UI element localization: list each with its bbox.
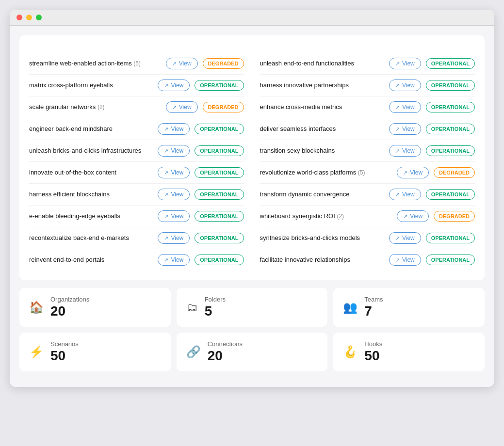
minimize-button[interactable] xyxy=(26,15,32,20)
teams-icon: 👥 xyxy=(343,301,358,314)
view-button[interactable]: ↗ View xyxy=(158,254,190,266)
status-badge: DEGRADED xyxy=(434,167,475,178)
stat-value-scenarios: 50 xyxy=(50,349,79,364)
view-button[interactable]: ↗ View xyxy=(166,58,198,69)
org-row: unleash bricks-and-clicks infrastructure… xyxy=(29,140,244,162)
external-link-icon: ↗ xyxy=(395,235,400,241)
external-link-icon: ↗ xyxy=(395,126,400,132)
view-button[interactable]: ↗ View xyxy=(389,80,421,91)
org-row: recontextualize back-end e-markets↗ View… xyxy=(29,227,244,249)
org-row: engineer back-end mindshare↗ ViewOPERATI… xyxy=(29,118,244,140)
org-name: harness innovative partnerships xyxy=(260,81,384,90)
external-link-icon: ↗ xyxy=(164,191,168,198)
external-link-icon: ↗ xyxy=(395,104,400,111)
view-button[interactable]: ↗ View xyxy=(158,210,190,222)
main-content: streamline web-enabled action-items (5)↗… xyxy=(10,26,494,387)
view-button[interactable]: ↗ View xyxy=(397,167,429,178)
external-link-icon: ↗ xyxy=(164,235,168,241)
external-link-icon: ↗ xyxy=(395,191,400,198)
stat-value-folders: 5 xyxy=(205,304,226,319)
stats-row-2: ⚡Scenarios50🔗Connections20🪝Hooks50 xyxy=(19,333,485,371)
stat-info-hooks: Hooks50 xyxy=(364,340,382,364)
view-button[interactable]: ↗ View xyxy=(166,101,198,113)
stat-value-connections: 20 xyxy=(208,349,243,364)
status-badge: OPERATIONAL xyxy=(426,124,475,134)
status-badge: DEGRADED xyxy=(203,102,244,112)
view-button[interactable]: ↗ View xyxy=(158,167,190,178)
view-button[interactable]: ↗ View xyxy=(158,189,190,200)
external-link-icon: ↗ xyxy=(395,148,400,154)
stat-label-teams: Teams xyxy=(364,296,383,303)
view-button[interactable]: ↗ View xyxy=(389,254,421,266)
status-badge: OPERATIONAL xyxy=(195,255,244,265)
view-button[interactable]: ↗ View xyxy=(389,58,421,69)
stat-card-connections: 🔗Connections20 xyxy=(177,333,328,371)
view-button[interactable]: ↗ View xyxy=(389,145,421,157)
view-button[interactable]: ↗ View xyxy=(158,80,190,91)
organizations-icon: 🏠 xyxy=(29,301,44,314)
status-badge: OPERATIONAL xyxy=(195,145,244,156)
stats-row-1: 🏠Organizations20🗂Folders5👥Teams7 xyxy=(19,288,485,327)
stat-info-organizations: Organizations20 xyxy=(50,296,89,319)
org-name: enhance cross-media metrics xyxy=(260,103,384,112)
stat-card-folders: 🗂Folders5 xyxy=(177,288,328,327)
view-button[interactable]: ↗ View xyxy=(389,101,421,113)
stat-value-organizations: 20 xyxy=(50,304,89,319)
org-name: transform dynamic convergence xyxy=(260,190,384,199)
external-link-icon: ↗ xyxy=(395,257,400,263)
status-badge: OPERATIONAL xyxy=(426,102,475,112)
hooks-icon: 🪝 xyxy=(343,345,358,359)
view-button[interactable]: ↗ View xyxy=(158,123,190,135)
view-button[interactable]: ↗ View xyxy=(158,145,190,157)
org-name: facilitate innovative relationships xyxy=(260,255,384,264)
org-name: revolutionize world-class platforms (5) xyxy=(260,168,392,177)
org-name: unleash bricks-and-clicks infrastructure… xyxy=(29,146,153,155)
org-row: synthesize bricks-and-clicks models↗ Vie… xyxy=(260,227,475,249)
status-badge: OPERATIONAL xyxy=(426,58,475,69)
status-badge: OPERATIONAL xyxy=(195,167,244,178)
view-button[interactable]: ↗ View xyxy=(389,232,421,244)
status-badge: OPERATIONAL xyxy=(195,233,244,243)
status-badge: OPERATIONAL xyxy=(195,124,244,134)
org-name: streamline web-enabled action-items (5) xyxy=(29,59,161,68)
status-badge: DEGRADED xyxy=(434,211,475,222)
folders-icon: 🗂 xyxy=(186,301,198,314)
status-badge: OPERATIONAL xyxy=(426,255,475,265)
maximize-button[interactable] xyxy=(36,15,42,20)
org-row: facilitate innovative relationships↗ Vie… xyxy=(260,249,475,271)
view-button[interactable]: ↗ View xyxy=(389,189,421,200)
status-badge: OPERATIONAL xyxy=(195,211,244,222)
org-row: whiteboard synergistic ROI (2)↗ ViewDEGR… xyxy=(260,206,475,227)
external-link-icon: ↗ xyxy=(164,213,168,220)
view-button[interactable]: ↗ View xyxy=(158,232,190,244)
view-button[interactable]: ↗ View xyxy=(397,210,429,222)
stat-label-connections: Connections xyxy=(208,340,243,348)
stat-card-scenarios: ⚡Scenarios50 xyxy=(19,333,171,371)
org-name: synthesize bricks-and-clicks models xyxy=(260,234,384,242)
org-row: e-enable bleeding-edge eyeballs↗ ViewOPE… xyxy=(29,206,244,227)
stat-card-teams: 👥Teams7 xyxy=(333,288,485,327)
org-row: streamline web-enabled action-items (5)↗… xyxy=(29,53,244,75)
org-name: scale granular networks (2) xyxy=(29,103,161,112)
org-name: whiteboard synergistic ROI (2) xyxy=(260,212,392,221)
view-button[interactable]: ↗ View xyxy=(389,123,421,135)
stat-info-scenarios: Scenarios50 xyxy=(50,340,79,364)
org-row: enhance cross-media metrics↗ ViewOPERATI… xyxy=(260,96,475,118)
stat-label-folders: Folders xyxy=(205,296,226,303)
stat-value-teams: 7 xyxy=(364,304,383,319)
org-row: matrix cross-platform eyeballs↗ ViewOPER… xyxy=(29,75,244,96)
main-window: streamline web-enabled action-items (5)↗… xyxy=(10,10,494,387)
stat-label-hooks: Hooks xyxy=(364,340,382,348)
external-link-icon: ↗ xyxy=(395,61,400,67)
status-badge: OPERATIONAL xyxy=(426,80,475,91)
external-link-icon: ↗ xyxy=(172,104,177,111)
stat-value-hooks: 50 xyxy=(364,349,382,364)
organizations-section: streamline web-enabled action-items (5)↗… xyxy=(19,35,485,280)
org-name: innovate out-of-the-box content xyxy=(29,168,153,177)
org-name: deliver seamless interfaces xyxy=(260,125,384,133)
status-badge: OPERATIONAL xyxy=(426,145,475,156)
status-badge: OPERATIONAL xyxy=(426,189,475,200)
connections-icon: 🔗 xyxy=(186,345,201,359)
close-button[interactable] xyxy=(16,15,22,20)
org-row: harness efficient blockchains↗ ViewOPERA… xyxy=(29,184,244,206)
